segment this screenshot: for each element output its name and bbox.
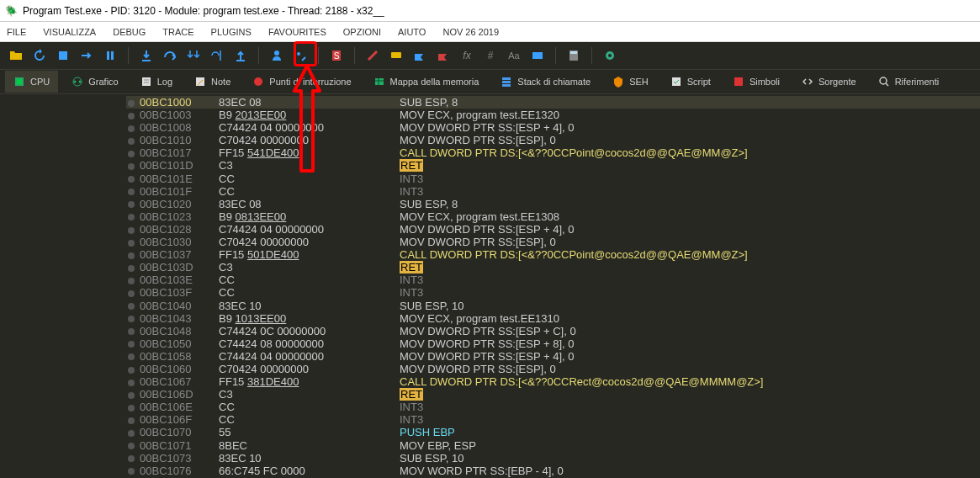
bytes-cell[interactable]: 83EC 08 (219, 198, 400, 210)
address-cell[interactable]: 00BC1070 (126, 426, 219, 438)
instruction-cell[interactable]: RET (400, 159, 980, 172)
address-cell[interactable]: 00BC106E (126, 401, 219, 413)
address-cell[interactable]: 00BC1008 (126, 121, 219, 134)
address-cell[interactable]: 00BC1058 (126, 350, 219, 363)
menu-visualizza[interactable]: VISUALIZZA (43, 27, 96, 37)
strings-icon[interactable]: Aa (506, 48, 522, 63)
variables-icon[interactable]: # (483, 48, 498, 63)
scylla-icon[interactable]: S (329, 48, 344, 63)
bytes-cell[interactable]: 8BEC (219, 439, 400, 452)
instruction-cell[interactable]: INT3 (400, 413, 980, 426)
address-cell[interactable]: 00BC1050 (126, 337, 219, 350)
instruction-cell[interactable]: MOV DWORD PTR SS:[ESP], 0 (400, 134, 980, 146)
run-icon[interactable] (79, 48, 94, 63)
bytes-cell[interactable]: 83EC 10 (219, 300, 400, 312)
tab-log[interactable]: Log (132, 71, 181, 93)
address-cell[interactable]: 00BC1017 (126, 146, 219, 159)
bytes-cell[interactable]: B9 2013EE00 (219, 109, 400, 121)
bytes-cell[interactable]: C70424 00000000 (219, 236, 400, 248)
address-cell[interactable]: 00BC1043 (126, 312, 219, 325)
bytes-cell[interactable]: CC (219, 413, 400, 426)
address-cell[interactable]: 00BC101F (126, 185, 219, 198)
address-cell[interactable]: 00BC1000 (126, 96, 219, 109)
labels-icon[interactable] (412, 48, 427, 63)
stop-icon[interactable] (56, 48, 71, 63)
tab-seh[interactable]: SEH (604, 71, 657, 93)
menu-debug[interactable]: DEBUG (113, 27, 146, 37)
address-cell[interactable]: 00BC1048 (126, 325, 219, 337)
calls-icon[interactable] (530, 48, 545, 63)
instruction-cell[interactable]: MOV DWORD PTR SS:[ESP + 4], 0 (400, 223, 980, 236)
tab-simboli[interactable]: Simboli (724, 71, 788, 93)
instruction-cell[interactable]: INT3 (400, 286, 980, 299)
bytes-cell[interactable]: 83EC 10 (219, 452, 400, 465)
instruction-cell[interactable]: MOV EBP, ESP (400, 439, 980, 452)
tab-script[interactable]: Script (662, 71, 719, 93)
run-to-user-icon[interactable] (269, 48, 284, 63)
bytes-cell[interactable]: C70424 00000000 (219, 134, 400, 146)
instruction-cell[interactable]: MOV DWORD PTR SS:[ESP + 8], 0 (400, 337, 980, 350)
address-cell[interactable]: 00BC1073 (126, 452, 219, 465)
bytes-cell[interactable]: FF15 541DE400 (219, 146, 400, 159)
instruction-cell[interactable]: MOV DWORD PTR SS:[ESP + 4], 0 (400, 121, 980, 134)
instruction-cell[interactable]: INT3 (400, 173, 980, 185)
address-cell[interactable]: 00BC1071 (126, 439, 219, 452)
bytes-cell[interactable]: 55 (219, 426, 400, 438)
instruction-cell[interactable]: MOV DWORD PTR SS:[ESP + 4], 0 (400, 350, 980, 363)
bytes-cell[interactable]: C74424 08 00000000 (219, 337, 400, 350)
address-cell[interactable]: 00BC1010 (126, 134, 219, 146)
exec-till-return-icon[interactable] (233, 48, 248, 63)
disassembly-view[interactable]: 00BC100000BC100300BC100800BC101000BC1017… (0, 94, 980, 478)
address-cell[interactable]: 00BC1028 (126, 223, 219, 236)
trace-into-icon[interactable] (186, 48, 201, 63)
bytes-cell[interactable]: C74424 04 00000000 (219, 223, 400, 236)
bytes-cell[interactable]: C74424 04 00000000 (219, 121, 400, 134)
instruction-cell[interactable]: SUB ESP, 10 (400, 452, 980, 465)
tab-riferimenti[interactable]: Riferimenti (870, 71, 948, 93)
patches-icon[interactable] (365, 48, 380, 63)
step-into-icon[interactable] (139, 48, 154, 63)
bytes-cell[interactable]: C3 (219, 261, 400, 274)
address-cell[interactable]: 00BC1023 (126, 210, 219, 223)
instruction-cell[interactable]: RET (400, 388, 980, 401)
address-cell[interactable]: 00BC101E (126, 173, 219, 185)
instruction-cell[interactable]: INT3 (400, 401, 980, 413)
tab-breakpoints[interactable]: Punti di interruzione (244, 71, 359, 93)
bytes-cell[interactable]: C74424 04 00000000 (219, 350, 400, 363)
address-cell[interactable]: 00BC1037 (126, 248, 219, 261)
bookmarks-icon[interactable] (436, 48, 451, 63)
bytes-cell[interactable]: C3 (219, 388, 400, 401)
address-cell[interactable]: 00BC1003 (126, 109, 219, 121)
bytes-cell[interactable]: C70424 00000000 (219, 363, 400, 375)
address-cell[interactable]: 00BC1030 (126, 236, 219, 248)
tab-grafico[interactable]: Grafico (63, 71, 126, 93)
trace-over-icon[interactable] (209, 48, 225, 63)
address-cell[interactable]: 00BC103E (126, 274, 219, 286)
instruction-cell[interactable]: SUB ESP, 8 (400, 96, 980, 109)
instruction-cell[interactable]: PUSH EBP (400, 426, 980, 438)
bytes-cell[interactable]: B9 1013EE00 (219, 312, 400, 325)
step-over-icon[interactable] (162, 48, 177, 63)
menu-trace[interactable]: TRACE (162, 27, 193, 37)
bytes-cell[interactable]: CC (219, 401, 400, 413)
instruction-cell[interactable]: MOV DWORD PTR SS:[ESP], 0 (400, 363, 980, 375)
tab-callstack[interactable]: Stack di chiamate (492, 71, 599, 93)
instruction-cell[interactable]: CALL DWORD PTR DS:[<&??0CCPoint@cocos2d@… (400, 248, 980, 261)
menu-favourites[interactable]: FAVOURITES (268, 27, 326, 37)
menu-opzioni[interactable]: OPZIONI (343, 27, 381, 37)
functions-icon[interactable]: fx (459, 48, 474, 63)
restart-icon[interactable] (32, 48, 47, 63)
instruction-cell[interactable]: SUB ESP, 8 (400, 198, 980, 210)
address-cell[interactable]: 00BC1040 (126, 300, 219, 312)
address-cell[interactable]: 00BC1020 (126, 198, 219, 210)
menu-file[interactable]: FILE (7, 27, 26, 37)
instruction-cell[interactable]: INT3 (400, 185, 980, 198)
instruction-cell[interactable]: SUB ESP, 10 (400, 300, 980, 312)
address-cell[interactable]: 00BC103F (126, 286, 219, 299)
bytes-cell[interactable]: CC (219, 173, 400, 185)
run-to-selection-icon[interactable] (293, 48, 308, 63)
menu-plugins[interactable]: PLUGINS (211, 27, 252, 37)
address-cell[interactable]: 00BC1067 (126, 375, 219, 388)
menu-aiuto[interactable]: AIUTO (398, 27, 426, 37)
bytes-cell[interactable]: 66:C745 FC 0000 (219, 465, 400, 477)
